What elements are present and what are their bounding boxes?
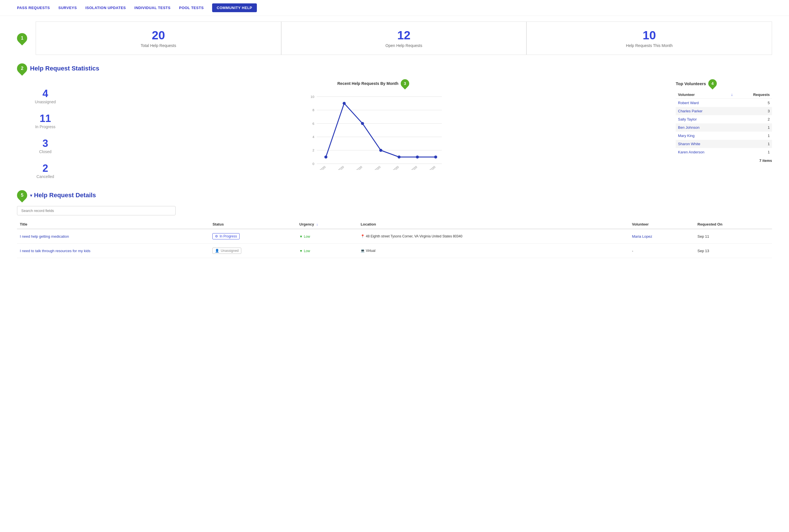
open-requests-label: Open Help Requests (287, 43, 521, 48)
svg-text:2: 2 (312, 148, 314, 152)
vol-col-requests: Requests (737, 91, 772, 99)
sort-down-icon: ↓ (731, 92, 733, 97)
volunteer-name[interactable]: Sharon White (676, 140, 727, 148)
nav-pass-requests[interactable]: PASS REQUESTS (17, 6, 50, 10)
volunteer-requests: 1 (737, 148, 772, 156)
total-requests-number: 20 (42, 28, 275, 42)
volunteer-name[interactable]: Mary King (676, 132, 727, 140)
stats-row: 1 20 Total Help Requests 12 Open Help Re… (17, 21, 772, 55)
location-icon: 📍 (361, 234, 365, 238)
stat-closed: 3 Closed (17, 135, 74, 157)
col-location: Location (358, 220, 629, 229)
step1-badge: 1 (17, 33, 30, 43)
volunteer-row: Robert Ward 5 (676, 99, 772, 107)
arrow-down-icon: ▼ (299, 249, 303, 253)
svg-text:May 2020: May 2020 (369, 165, 381, 170)
nav-individual-tests[interactable]: INDIVIDUAL TESTS (134, 6, 171, 10)
svg-text:July 2020: July 2020 (406, 165, 418, 170)
volunteer-name[interactable]: Charles Parker (676, 107, 727, 115)
svg-text:10: 10 (311, 95, 315, 99)
volunteer-name[interactable]: Ben Johnson (676, 124, 727, 132)
volunteer-requests: 1 (737, 132, 772, 140)
step4-icon: 4 (707, 78, 718, 90)
closed-label: Closed (39, 149, 52, 154)
svg-text:0: 0 (312, 162, 314, 166)
unassigned-label: Unassigned (35, 100, 56, 104)
urgency-badge: ▼ Low (299, 234, 310, 239)
search-input[interactable] (17, 206, 176, 215)
stat-inprogress: 11 In Progress (17, 110, 74, 132)
row-location: 💻 Virtual (358, 244, 629, 258)
svg-text:8: 8 (312, 108, 314, 112)
volunteers-section: Top Volunteers 4 Volunteer ↓ Requests (676, 79, 772, 182)
col-status: Status (209, 220, 296, 229)
svg-text:March 2020: March 2020 (330, 165, 344, 170)
table-row: I need help getting medication ⚙ In Prog… (17, 229, 772, 244)
svg-point-24 (416, 155, 419, 158)
svg-point-23 (398, 155, 401, 158)
table-row: I need to talk through resources for my … (17, 244, 772, 258)
col-title: Title (17, 220, 209, 229)
step1-icon: 1 (15, 31, 30, 45)
volunteer-link[interactable]: Maria Lopez (632, 234, 653, 239)
row-status: ⚙ In Progress (209, 229, 296, 244)
stat-card-total: 20 Total Help Requests (36, 21, 281, 55)
row-title[interactable]: I need to talk through resources for my … (17, 244, 209, 258)
step3-icon: 3 (399, 78, 411, 90)
volunteer-requests: 1 (737, 140, 772, 148)
volunteer-row: Sally Taylor 2 (676, 115, 772, 124)
volunteer-requests: 3 (737, 107, 772, 115)
svg-point-25 (434, 155, 437, 158)
svg-text:June 2020: June 2020 (386, 165, 399, 170)
spinner-icon: ⚙ (215, 234, 218, 238)
inprogress-label: In Progress (35, 125, 55, 129)
details-title: Help Request Details (34, 192, 96, 199)
details-header: 5 ▾ Help Request Details (17, 190, 772, 201)
step2-icon: 2 (15, 61, 30, 76)
arrow-down-icon: ▼ (299, 234, 303, 239)
row-volunteer: - (629, 244, 695, 258)
volunteer-requests: 5 (737, 99, 772, 107)
cancelled-label: Cancelled (37, 174, 54, 179)
row-title[interactable]: I need help getting medication (17, 229, 209, 244)
nav-community-help[interactable]: COMMUNITY HELP (212, 3, 257, 12)
volunteer-name[interactable]: Karen Anderson (676, 148, 727, 156)
volunteer-requests: 1 (737, 124, 772, 132)
row-volunteer: Maria Lopez (629, 229, 695, 244)
location-icon: 💻 (361, 249, 365, 253)
vol-col-sort[interactable]: ↓ (727, 91, 737, 99)
svg-text:August 2020: August 2020 (421, 165, 436, 170)
svg-point-21 (361, 122, 364, 125)
chart-area: Recent Help Requests By Month 3 0 2 4 6 (79, 79, 670, 182)
volunteers-title-row: Top Volunteers 4 (676, 79, 772, 88)
open-requests-number: 12 (287, 28, 521, 42)
row-urgency: ▼ Low (296, 244, 358, 258)
details-section: 5 ▾ Help Request Details Title Status Ur… (17, 190, 772, 258)
stat-card-open: 12 Open Help Requests (281, 21, 527, 55)
stat-card-monthly: 10 Help Requests This Month (527, 21, 772, 55)
unassigned-number: 4 (17, 88, 74, 100)
monthly-requests-number: 10 (532, 28, 766, 42)
vol-items-count: 7 items (676, 158, 772, 163)
row-requested-on: Sep 13 (695, 244, 772, 258)
svg-point-19 (324, 155, 327, 158)
nav-pool-tests[interactable]: POOL TESTS (179, 6, 204, 10)
volunteer-name[interactable]: Robert Ward (676, 99, 727, 107)
urgency-badge: ▼ Low (299, 249, 310, 253)
stats-cards: 20 Total Help Requests 12 Open Help Requ… (36, 21, 772, 55)
volunteers-table: Volunteer ↓ Requests Robert Ward 5 Charl… (676, 91, 772, 156)
nav-isolation-updates[interactable]: ISOLATION UPDATES (85, 6, 126, 10)
volunteer-name[interactable]: Sally Taylor (676, 115, 727, 124)
svg-point-22 (379, 149, 382, 152)
statistics-header: 2 Help Request Statistics (17, 63, 772, 74)
nav-surveys[interactable]: SURVEYS (58, 6, 77, 10)
stat-unassigned: 4 Unassigned (17, 85, 74, 107)
row-location: 📍 48 Eighth street Tysons Corner, VA Vir… (358, 229, 629, 244)
volunteers-title: Top Volunteers (676, 81, 706, 86)
step5-icon: 5 (15, 188, 30, 203)
inprogress-number: 11 (17, 113, 74, 125)
collapse-icon[interactable]: ▾ (30, 193, 32, 198)
svg-text:February 2020: February 2020 (309, 165, 326, 170)
urgency-sort-icon[interactable]: ↓ (316, 223, 318, 226)
vol-col-volunteer: Volunteer (676, 91, 727, 99)
